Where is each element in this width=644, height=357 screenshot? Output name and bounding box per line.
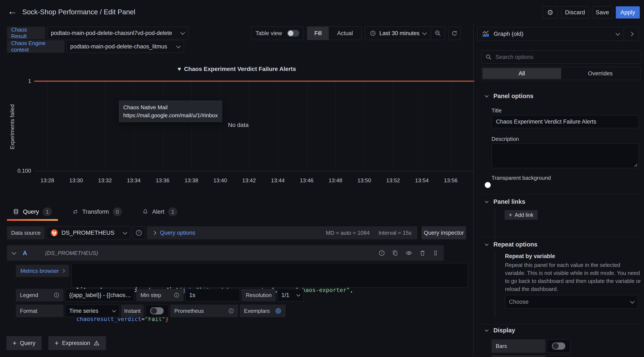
query-options-link[interactable]: Query options: [160, 230, 195, 236]
chevron-down-icon: [485, 94, 488, 97]
x-tick-label: 13:36: [156, 177, 169, 184]
apply-button[interactable]: Apply: [616, 6, 640, 19]
visualization-picker[interactable]: Graph (old): [478, 27, 639, 41]
chevron-down-icon: [296, 293, 300, 296]
panel-settings-button[interactable]: ⚙: [543, 6, 558, 19]
tab-count-badge: 1: [168, 207, 177, 216]
tab-label: Alert: [152, 208, 164, 215]
back-arrow-icon: ←: [8, 6, 17, 17]
query-row-header[interactable]: A (DS_PROMETHEUS) ?: [7, 245, 444, 261]
add-link-button[interactable]: + Add link: [504, 210, 538, 220]
chevron-down-icon: [112, 308, 116, 312]
x-tick-label: 13:40: [213, 177, 227, 184]
tab-alert[interactable]: Alert 1: [136, 203, 184, 221]
min-step-input[interactable]: 1s: [185, 289, 240, 301]
plus-icon: +: [509, 212, 512, 218]
y-tick-1: 1: [21, 78, 31, 84]
bars-toggle[interactable]: [552, 342, 565, 350]
chevron-down-icon: [485, 242, 488, 246]
bars-label: Bars: [492, 339, 545, 353]
x-axis-ticks: 13:2813:3013:3213:3413:3613:3813:4013:42…: [0, 177, 474, 185]
search-options-box[interactable]: [482, 51, 642, 64]
chevron-down-icon: [630, 299, 634, 303]
add-query-button[interactable]: + Query: [6, 336, 42, 350]
resolution-select[interactable]: 1/1: [278, 289, 304, 301]
interval-text: Interval = 15s: [378, 230, 412, 236]
back-button[interactable]: ←: [8, 6, 17, 17]
repeat-description: Repeat this panel for each value in the …: [505, 261, 641, 293]
plus-icon: +: [55, 339, 59, 347]
promql-editor[interactable]: litmuschaos_experiment_verdict{job="litm…: [72, 263, 468, 287]
section-panel-links[interactable]: Panel links: [486, 198, 526, 205]
tooltip-link[interactable]: https://mail.google.com/mail/u/1/#inbox: [123, 111, 218, 119]
threshold-line: [34, 81, 474, 82]
legend-label: Legend: [16, 289, 64, 301]
discard-button[interactable]: Discard: [561, 6, 589, 19]
plus-icon: +: [12, 339, 16, 347]
description-field-label: Description: [492, 136, 519, 142]
resize-handle-icon[interactable]: [634, 163, 638, 167]
filter-tab-overrides[interactable]: Overrides: [561, 68, 640, 79]
section-panel-options[interactable]: Panel options: [486, 93, 533, 100]
query-help-icon[interactable]: ?: [378, 250, 385, 256]
format-select[interactable]: Time series: [65, 304, 120, 317]
panel-description-textarea[interactable]: [492, 144, 638, 168]
svg-text:?: ?: [381, 251, 383, 255]
section-repeat-options[interactable]: Repeat options: [486, 241, 537, 248]
info-icon: [54, 292, 59, 298]
plot-area[interactable]: [34, 81, 474, 171]
clipped-option-toggle-box: [547, 355, 570, 357]
datasource-picker[interactable]: DS_PROMETHEUS: [46, 226, 130, 239]
database-icon: [13, 209, 19, 215]
tab-query[interactable]: Query 1: [7, 203, 58, 221]
save-button[interactable]: Save: [592, 6, 612, 19]
metrics-browser-button[interactable]: Metrics browser: [16, 265, 69, 277]
toggle-visibility-icon[interactable]: [406, 250, 412, 256]
delete-query-icon[interactable]: [420, 250, 426, 256]
gridline: [220, 81, 220, 171]
main-area: Chaos Result podtato-main-pod-delete-cha…: [0, 23, 474, 357]
legend-input[interactable]: {{app_label}} - {{chaos…: [65, 289, 134, 301]
query-inspector-button[interactable]: Query inspector: [422, 226, 466, 239]
drag-handle-icon[interactable]: [433, 250, 438, 256]
x-tick-label: 13:54: [415, 177, 429, 184]
datasource-value: DS_PROMETHEUS: [62, 229, 114, 236]
info-icon: [174, 292, 180, 298]
query-datasource-hint: (DS_PROMETHEUS): [45, 250, 98, 256]
x-tick-label: 13:48: [328, 177, 342, 184]
info-icon: [228, 308, 234, 314]
datasource-label: Data source: [7, 226, 45, 239]
datasource-help-button[interactable]: ?: [132, 226, 145, 239]
gridline: [162, 81, 163, 171]
collapse-options-button[interactable]: [624, 27, 638, 41]
bars-toggle-box: [547, 339, 570, 353]
x-tick-label: 13:50: [357, 177, 371, 184]
svg-text:?: ?: [138, 231, 140, 235]
chevron-right-icon[interactable]: [152, 231, 156, 235]
bell-icon: [142, 209, 148, 215]
exemplars-icon[interactable]: [275, 308, 282, 314]
filter-tab-all[interactable]: All: [482, 68, 561, 79]
instant-toggle[interactable]: [150, 307, 164, 314]
tab-label: Transform: [82, 208, 109, 215]
options-filter-tabs: All Overrides: [482, 67, 641, 80]
tab-count-badge: 0: [113, 207, 122, 216]
collapse-chevron-icon[interactable]: [12, 250, 16, 254]
repeat-variable-select[interactable]: Choose: [505, 295, 638, 308]
app-header: ← Sock-Shop Performance / Edit Panel ⚙ D…: [0, 0, 644, 24]
tooltip-title: Chaos Native Mail: [123, 103, 218, 111]
gridline: [47, 81, 48, 171]
gridline: [364, 81, 364, 171]
instant-label: Instant: [121, 304, 144, 317]
search-options-input[interactable]: [495, 54, 638, 61]
gridline: [134, 81, 134, 171]
panel-title-input[interactable]: [492, 115, 639, 128]
duplicate-query-icon[interactable]: [392, 250, 398, 256]
gridline: [278, 81, 278, 171]
repeat-by-variable-label: Repeat by variable: [505, 253, 555, 259]
x-tick-label: 13:44: [271, 177, 284, 184]
add-expression-button[interactable]: + Expression: [48, 336, 106, 350]
section-display[interactable]: Display: [486, 327, 515, 334]
graph-panel-icon: [482, 30, 490, 38]
tab-transform[interactable]: Transform 0: [66, 203, 128, 221]
